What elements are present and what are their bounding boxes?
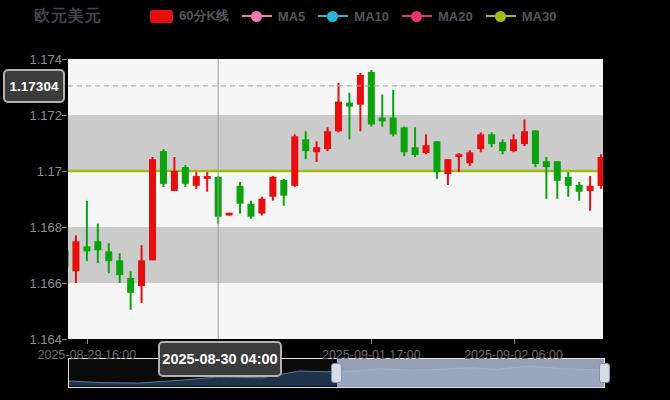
y-axis-label: 1.174 bbox=[0, 52, 62, 67]
legend-item-MA10[interactable]: MA10 bbox=[318, 9, 389, 24]
y-axis-label: 1.166 bbox=[0, 276, 62, 291]
candle-body bbox=[226, 213, 233, 216]
candle-body bbox=[68, 250, 69, 267]
candle-body bbox=[477, 134, 484, 149]
candle-body bbox=[576, 185, 583, 192]
legend-item-MA30[interactable]: MA30 bbox=[486, 9, 557, 24]
y-axis-label: 1.168 bbox=[0, 220, 62, 235]
ma-line-marker-icon bbox=[242, 15, 272, 17]
candle-body bbox=[335, 102, 342, 132]
candle-body bbox=[116, 260, 123, 275]
crosshair-price-label: 1.17304 bbox=[3, 69, 65, 103]
candle-body bbox=[466, 152, 473, 163]
legend-label: MA20 bbox=[438, 9, 473, 24]
candle-body bbox=[160, 151, 167, 184]
reference-line bbox=[68, 170, 603, 172]
candle-body bbox=[510, 139, 517, 151]
candle-body bbox=[247, 204, 254, 217]
candle-body bbox=[83, 246, 90, 251]
legend-label: MA5 bbox=[278, 9, 305, 24]
candle-body bbox=[237, 186, 244, 204]
candle-body bbox=[149, 159, 156, 260]
y-axis-tick bbox=[62, 339, 67, 340]
y-axis-tick bbox=[62, 283, 67, 284]
candle-body bbox=[412, 147, 419, 155]
candle-body bbox=[488, 134, 495, 144]
chart-legend: 60分K线MA5MA10MA20MA30 bbox=[150, 7, 556, 25]
nav-handle-right[interactable] bbox=[599, 363, 610, 383]
legend-item-MA20[interactable]: MA20 bbox=[402, 9, 473, 24]
ma-dot-icon bbox=[327, 11, 338, 22]
candle-body bbox=[368, 72, 375, 125]
candle-body bbox=[291, 136, 298, 186]
page-title: 欧元美元 bbox=[34, 6, 102, 27]
plot-band bbox=[68, 171, 603, 227]
legend-label: MA10 bbox=[354, 9, 389, 24]
candle-body bbox=[127, 278, 134, 293]
candle-body bbox=[401, 127, 408, 152]
candle-body bbox=[554, 161, 561, 181]
x-axis-label: 2025-09-01 17:00 bbox=[316, 348, 426, 362]
plot-band bbox=[68, 283, 603, 339]
candle-body bbox=[346, 103, 353, 107]
candle-body bbox=[390, 118, 397, 135]
candle-body bbox=[543, 161, 550, 167]
candle-body bbox=[455, 154, 462, 157]
y-axis-tick bbox=[62, 59, 67, 60]
candle-body bbox=[280, 180, 287, 196]
y-axis-tick bbox=[62, 227, 67, 228]
y-axis-label: 1.172 bbox=[0, 108, 62, 123]
candle-body bbox=[565, 177, 572, 186]
candle-body bbox=[302, 139, 309, 151]
candle-body bbox=[379, 118, 386, 122]
ma-line-marker-icon bbox=[402, 15, 432, 17]
ma-dot-icon bbox=[495, 11, 506, 22]
crosshair-time-label: 2025-08-30 04:00 bbox=[158, 341, 282, 377]
candle-body bbox=[433, 141, 440, 172]
candle-body bbox=[499, 142, 506, 151]
candle-body bbox=[182, 167, 189, 184]
candle-body bbox=[138, 260, 145, 286]
candle-body bbox=[324, 131, 331, 149]
y-axis-tick bbox=[62, 171, 67, 172]
legend-label: 60分K线 bbox=[179, 7, 229, 25]
x-axis-label: 2025-09-02 06:00 bbox=[459, 348, 569, 362]
kline-chart-app: 欧元美元 60分K线MA5MA10MA20MA30 1.1741.1721.17… bbox=[0, 0, 670, 400]
candle-body bbox=[204, 176, 211, 179]
nav-handle-left[interactable] bbox=[331, 363, 342, 383]
y-axis-label: 1.164 bbox=[0, 332, 62, 347]
candle-body bbox=[357, 75, 364, 105]
kline-swatch-icon bbox=[150, 10, 173, 23]
data-zoom-slider[interactable] bbox=[68, 358, 605, 388]
candle-body bbox=[94, 241, 101, 250]
ma-line-marker-icon bbox=[318, 15, 348, 17]
candle-body bbox=[532, 130, 539, 164]
x-axis-tick bbox=[87, 339, 88, 344]
candle-body bbox=[171, 171, 178, 191]
candle-body bbox=[444, 159, 451, 174]
nav-selected-window[interactable] bbox=[337, 359, 605, 387]
candle-body bbox=[521, 131, 528, 144]
legend-label: MA30 bbox=[522, 9, 557, 24]
legend-item-60分K线[interactable]: 60分K线 bbox=[150, 7, 229, 25]
x-axis-label: 2025-08-29 16:00 bbox=[32, 348, 142, 362]
candle-body bbox=[423, 145, 430, 153]
ma-line-marker-icon bbox=[486, 15, 516, 17]
candle-body bbox=[269, 177, 276, 197]
candle-body bbox=[598, 157, 603, 186]
candlestick-plot-area[interactable] bbox=[68, 59, 603, 339]
y-axis-label: 1.17 bbox=[0, 164, 62, 179]
plot-band bbox=[68, 227, 603, 283]
candle-body bbox=[258, 199, 265, 214]
x-axis-tick bbox=[371, 339, 372, 344]
candle-body bbox=[313, 147, 320, 152]
y-axis-tick bbox=[62, 115, 67, 116]
x-axis-tick bbox=[514, 339, 515, 344]
candle-body bbox=[587, 186, 594, 191]
candle-body bbox=[193, 176, 200, 186]
candle-body bbox=[105, 251, 112, 261]
legend-item-MA5[interactable]: MA5 bbox=[242, 9, 305, 24]
candle-body bbox=[72, 241, 79, 271]
ma-dot-icon bbox=[411, 11, 422, 22]
ma-dot-icon bbox=[251, 11, 262, 22]
